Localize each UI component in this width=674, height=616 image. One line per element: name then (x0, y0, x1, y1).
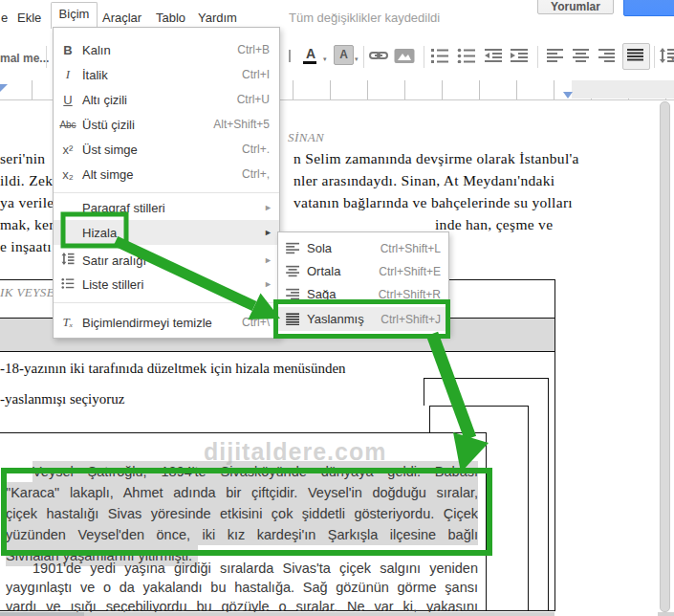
italic-icon: I (54, 67, 82, 82)
increase-indent-icon[interactable] (510, 48, 529, 63)
save-status: Tüm değişiklikler kaydedildi (289, 11, 440, 25)
right-margin-marker[interactable] (563, 92, 573, 99)
align-center-icon (278, 265, 307, 277)
bulleted-list-icon[interactable] (457, 48, 476, 63)
highlight-caret-icon[interactable]: ▾ (355, 55, 359, 63)
doc-line-fragment: n Selim zamanında devşirme olarak İstanb… (294, 150, 579, 167)
highlight-color-icon[interactable]: A (334, 45, 354, 65)
doc-line-fragment: seri'nin (0, 150, 45, 167)
menu-item-paragraph-styles[interactable]: Paragraf stilleri ► (54, 195, 279, 220)
numbered-list-icon[interactable] (430, 48, 449, 63)
paragraph-line: "Karaca" lakaplı, Ahmet adında bir çiftç… (6, 482, 478, 503)
align-center-icon[interactable] (573, 48, 590, 63)
submenu-item-align-right[interactable]: Sağa Ctrl+Shift+R (278, 282, 448, 306)
underline-icon: U (54, 93, 82, 107)
doc-heading-sinan: SİNAN (288, 130, 324, 145)
menu-item-strikethrough[interactable]: Abc Üstü çizili Alt+Shift+5 (54, 112, 279, 137)
menu-item-italic[interactable]: I İtalik Ctrl+I (54, 62, 279, 87)
menu-fragment[interactable]: e (1, 11, 8, 25)
menu-tablo[interactable]: Tablo (156, 11, 185, 25)
doc-line-fragment: ya verile (0, 194, 54, 211)
horizontal-scrollbar-thumb[interactable] (0, 612, 84, 616)
horizontal-scrollbar-track[interactable] (658, 612, 674, 616)
doc-line-fragment: vatanın bağlarında ve bahçelerinde su yo… (294, 194, 573, 211)
paragraph-line: yaygınlaştı ve o da yakalandı bu hastalı… (6, 578, 478, 597)
style-dropdown-fragment[interactable]: mal me... (0, 52, 49, 65)
paragraph-line: yüzünden Veysel'den önce, iki kız kardeş… (6, 524, 478, 545)
align-left-icon[interactable] (547, 48, 564, 63)
doc-line-fragment: e inşaatı (0, 238, 52, 255)
instruction-line: -18-yazının iki tarafınıda düzeltmek içi… (0, 361, 346, 377)
text-color-icon[interactable]: A (303, 48, 318, 64)
menu-item-superscript[interactable]: x² Üst simge Ctrl+. (54, 137, 279, 162)
menu-bicim-active[interactable]: Biçim (51, 2, 98, 29)
align-justify-icon (278, 313, 307, 325)
paragraph-line: çiçek hastalığı Sivas yöresinde etkisini… (6, 503, 478, 524)
decrease-indent-icon[interactable] (484, 48, 503, 63)
menu-araclar[interactable]: Araçlar (102, 11, 141, 25)
watermark: dijitaldere.com (204, 438, 386, 466)
google-docs-window: SİNAN seri'nin ildi. Zek ya verile mak, … (0, 0, 674, 616)
doc-line-fragment: mak, ker (0, 216, 54, 233)
clear-formatting-icon: Tₓ (54, 315, 82, 330)
menu-yardim[interactable]: Yardım (198, 11, 237, 25)
list-styles-icon (54, 277, 82, 292)
strikethrough-icon: Abc (54, 120, 82, 130)
doc-line-fragment: nler arasındaydı. Sinan, At Meydanı'ndak… (294, 172, 554, 189)
format-menu-dropdown: B Kalın Ctrl+B I İtalik Ctrl+I U Altı çi… (53, 27, 280, 339)
doc-line-fragment: ildi. Zek (0, 172, 53, 189)
menu-ekle[interactable]: Ekle (17, 11, 41, 25)
doc-line-fragment: inde han, çeşme ve (435, 216, 553, 233)
align-justify-icon[interactable] (627, 48, 644, 63)
menu-item-align[interactable]: Hizala ► (54, 220, 279, 245)
submenu-arrow-icon: ► (264, 203, 279, 212)
subscript-icon: x₂ (54, 167, 82, 182)
align-right-icon[interactable] (598, 48, 616, 63)
menu-item-underline[interactable]: U Altı çizili Ctrl+U (54, 87, 279, 112)
menu-item-subscript[interactable]: x₂ Alt simge Ctrl+, (54, 162, 279, 187)
align-left-icon (278, 242, 307, 254)
vertical-scrollbar[interactable] (660, 101, 670, 612)
submenu-item-align-left[interactable]: Sola Ctrl+Shift+L (278, 236, 448, 260)
instruction-line: -yaslanmışı seçiyoruz (0, 391, 124, 407)
menu-item-clear-formatting[interactable]: Tₓ Biçimlendirmeyi temizle Ctrl+\ (54, 310, 279, 335)
bold-icon: B (54, 43, 82, 57)
paragraph-line: 1901'de yedi yaşına girdiği sıralarda Si… (33, 559, 478, 578)
menu-item-line-spacing[interactable]: Satır aralığı ► (54, 248, 279, 273)
comments-button[interactable]: Yorumlar (537, 0, 614, 14)
superscript-icon: x² (54, 143, 82, 157)
menu-item-bold[interactable]: B Kalın Ctrl+B (54, 37, 279, 62)
text-color-caret-icon[interactable]: ▾ (323, 55, 327, 63)
submenu-item-align-center[interactable]: Ortala Ctrl+Shift+E (278, 259, 448, 283)
share-button[interactable] (623, 0, 674, 16)
align-right-icon (278, 288, 307, 300)
align-submenu: Sola Ctrl+Shift+L Ortala Ctrl+Shift+E Sa… (277, 231, 449, 335)
submenu-item-align-justify[interactable]: Yaslanmış Ctrl+Shift+J (278, 307, 448, 331)
ruler-margin-area (572, 80, 674, 99)
insert-link-icon[interactable] (369, 48, 388, 63)
menu-item-list-styles[interactable]: Liste stilleri ► (54, 272, 279, 297)
partial-icon-fragment (289, 50, 291, 62)
line-spacing-icon (54, 253, 82, 268)
insert-image-icon[interactable] (394, 48, 415, 64)
